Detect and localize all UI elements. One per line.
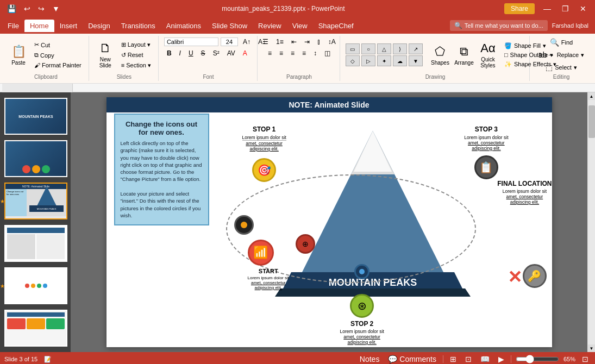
close-button[interactable]: ✕ bbox=[575, 3, 591, 14]
paste-area: 📋 Paste bbox=[8, 41, 29, 69]
select-button[interactable]: ⬚ Select ▾ bbox=[542, 62, 580, 73]
indent-less-button[interactable]: ⇤ bbox=[289, 37, 299, 47]
undo-button[interactable]: ↩ bbox=[21, 3, 33, 14]
zoom-slider[interactable] bbox=[516, 355, 559, 363]
cut-button[interactable]: ✂ Cut bbox=[32, 40, 84, 49]
shape-icon-1[interactable]: ▭ bbox=[346, 43, 360, 54]
shape-icon-4[interactable]: ⟩ bbox=[393, 43, 407, 54]
redo-button[interactable]: ↪ bbox=[35, 3, 47, 14]
section-button[interactable]: ≡ NotesSection ▾ bbox=[118, 61, 154, 70]
minimize-button[interactable]: — bbox=[539, 3, 555, 14]
canvas-area: NOTE: Animated Slide Change the icons ou… bbox=[71, 92, 587, 352]
menu-transitions[interactable]: Transitions bbox=[116, 20, 161, 32]
underline-button[interactable]: U bbox=[186, 48, 196, 58]
menu-insert[interactable]: Insert bbox=[54, 20, 83, 32]
shape-icon-8[interactable]: ✦ bbox=[377, 55, 391, 66]
line-spacing-button[interactable]: ↕ bbox=[311, 48, 320, 58]
copy-icon: ⧉ bbox=[34, 52, 39, 59]
reset-button[interactable]: ↺ Reset bbox=[118, 51, 154, 60]
slide-thumb-3[interactable]: 3 ★ NOTE: Animated Slide Change icons ou… bbox=[3, 181, 67, 221]
share-button[interactable]: Share bbox=[504, 3, 535, 14]
menu-animations[interactable]: Animations bbox=[161, 20, 206, 32]
menu-design[interactable]: Design bbox=[83, 20, 115, 32]
menu-home[interactable]: Home bbox=[24, 20, 54, 32]
scroll-up-button[interactable]: ▲ bbox=[588, 92, 596, 100]
font-size-input[interactable] bbox=[221, 37, 238, 46]
numbering-button[interactable]: 1≡ bbox=[273, 37, 286, 47]
tell-me-box[interactable]: 🔍 Tell me what you want to do... bbox=[450, 20, 548, 31]
menu-slideshow[interactable]: Slide Show bbox=[206, 20, 253, 32]
scroll-down-button[interactable]: ▼ bbox=[588, 344, 596, 352]
strikethrough-button[interactable]: S bbox=[198, 48, 208, 58]
slide-thumb-6[interactable]: 6 bbox=[3, 309, 67, 348]
drawing-sub: ▭ ○ △ ⟩ ↗ ◇ ▷ ✦ ☁ ▼ bbox=[346, 43, 423, 66]
customize-button[interactable]: ▼ bbox=[49, 3, 62, 14]
notes-button[interactable]: Notes bbox=[358, 354, 382, 364]
mountain-peaks-text: MOUNTAIN PEAKS bbox=[328, 277, 417, 288]
notes-label: Notes bbox=[360, 355, 380, 363]
bullets-button[interactable]: ☰ bbox=[260, 37, 271, 47]
slide-thumb-4[interactable]: 4 bbox=[3, 224, 67, 263]
fit-slide-button[interactable]: ⊡ bbox=[580, 354, 591, 364]
slide-thumb-5[interactable]: 5 ★ bbox=[3, 266, 67, 305]
column-button[interactable]: ⫿ bbox=[315, 37, 323, 47]
smart-art-button[interactable]: ◫ bbox=[322, 48, 333, 58]
start-lorem3: adipiscing elit. bbox=[248, 285, 289, 290]
normal-view-button[interactable]: ⊞ bbox=[448, 354, 459, 364]
text-direction-button[interactable]: ↕A bbox=[325, 37, 339, 47]
shape-icon-5[interactable]: ↗ bbox=[409, 43, 423, 54]
arrange-icon: ⧉ bbox=[460, 45, 468, 59]
font-increase-button[interactable]: A↑ bbox=[240, 37, 253, 47]
char-spacing-button[interactable]: AV bbox=[224, 48, 238, 58]
align-right-button[interactable]: ≡ bbox=[288, 48, 297, 58]
align-left-button[interactable]: ≡ bbox=[265, 48, 274, 58]
new-slide-label: NewSlide bbox=[99, 57, 111, 68]
indent-more-button[interactable]: ⇥ bbox=[302, 37, 312, 47]
shape-icon-3[interactable]: △ bbox=[377, 43, 391, 54]
copy-button[interactable]: ⧉ Copy bbox=[32, 51, 84, 60]
shape-icon-9[interactable]: ☁ bbox=[393, 55, 407, 66]
italic-button[interactable]: I bbox=[177, 48, 184, 58]
slide-thumb-7[interactable]: 7 bbox=[3, 351, 67, 352]
justify-button[interactable]: ≡ bbox=[299, 48, 309, 58]
slide-thumb-inner-5 bbox=[4, 267, 67, 304]
slideshow-button[interactable]: ▶ bbox=[496, 354, 506, 364]
menu-bar: File Home Insert Design Transitions Anim… bbox=[0, 17, 595, 34]
layout-button[interactable]: ⊞ Layout ▾ bbox=[118, 40, 154, 49]
slide-thumb-1[interactable]: 1 MOUNTAIN PEAKS bbox=[3, 97, 67, 136]
arrange-button[interactable]: ⧉ Arrange bbox=[453, 41, 475, 69]
shape-icon-6[interactable]: ◇ bbox=[346, 55, 360, 66]
shape-icon-7[interactable]: ▷ bbox=[361, 55, 375, 66]
scroll-thumb[interactable] bbox=[588, 105, 595, 138]
find-button[interactable]: 🔍 Find bbox=[547, 37, 576, 48]
menu-shapechef[interactable]: ShapeChef bbox=[313, 20, 359, 32]
restore-button[interactable]: ❐ bbox=[558, 3, 573, 14]
shapes-button[interactable]: ⬠ Shapes bbox=[429, 41, 451, 69]
menu-file[interactable]: File bbox=[2, 20, 24, 32]
stop2-area: ⊛ STOP 2 Lorem ipsum dolor sit amet, con… bbox=[340, 294, 384, 345]
save-button[interactable]: 💾 bbox=[4, 3, 19, 14]
menu-review[interactable]: Review bbox=[253, 20, 287, 32]
comments-button[interactable]: 💬 Comments bbox=[386, 354, 439, 364]
font-color-button[interactable]: A bbox=[240, 48, 250, 58]
paste-button[interactable]: 📋 Paste bbox=[8, 41, 29, 69]
new-slide-button[interactable]: 🗋 NewSlide bbox=[95, 39, 116, 71]
format-painter-button[interactable]: 🖌 Format Painter bbox=[32, 61, 84, 70]
slide-sorter-button[interactable]: ⊡ bbox=[463, 354, 474, 364]
slide-thumb-2[interactable]: 2 bbox=[3, 139, 67, 178]
align-center-button[interactable]: ≡ bbox=[277, 48, 286, 58]
quick-styles-button[interactable]: Aα QuickStyles bbox=[477, 41, 499, 69]
stop2-lorem: Lorem ipsum dolor sit bbox=[340, 329, 384, 334]
shape-more[interactable]: ▼ bbox=[409, 55, 423, 66]
shape-icon-2[interactable]: ○ bbox=[361, 43, 375, 54]
slide-notes-icon[interactable]: 📝 bbox=[42, 355, 54, 364]
menu-view[interactable]: View bbox=[287, 20, 313, 32]
shadow-button[interactable]: S² bbox=[210, 48, 222, 58]
reading-view-button[interactable]: 📖 bbox=[478, 354, 492, 364]
bold-button[interactable]: B bbox=[164, 48, 174, 58]
window-title: mountain_peaks_21339.pptx - PowerPoint bbox=[222, 5, 345, 12]
font-name-input[interactable] bbox=[164, 37, 218, 46]
status-right: Notes 💬 Comments ⊞ ⊡ 📖 ▶ 65% ⊡ bbox=[358, 354, 591, 364]
replace-button[interactable]: ab→ Replace ▾ bbox=[535, 49, 587, 60]
right-scrollbar: ▲ ▼ bbox=[587, 92, 595, 352]
